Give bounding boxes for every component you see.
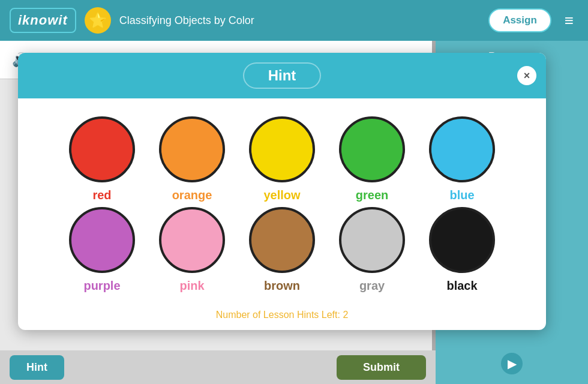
circle-gray bbox=[339, 207, 405, 273]
submit-button[interactable]: Submit bbox=[337, 355, 426, 380]
color-item-orange: orange bbox=[153, 116, 231, 202]
label-brown: brown bbox=[264, 279, 300, 293]
colors-row-1: red orange yellow green blue bbox=[63, 116, 501, 202]
label-green: green bbox=[356, 188, 388, 202]
label-purple: purple bbox=[83, 279, 120, 293]
label-blue: blue bbox=[449, 188, 474, 202]
circle-black bbox=[429, 207, 495, 273]
hint-modal-title: Hint bbox=[243, 62, 322, 89]
hint-button[interactable]: Hint bbox=[10, 355, 64, 380]
label-yellow: yellow bbox=[263, 188, 300, 202]
color-item-yellow: yellow bbox=[243, 116, 321, 202]
app-header: iknowit ⭐ Classifying Objects by Color A… bbox=[0, 0, 588, 41]
colors-grid: red orange yellow green blue bbox=[18, 98, 546, 310]
hint-modal-header: Hint × bbox=[18, 53, 546, 98]
hints-left: Number of Lesson Hints Left: 2 bbox=[18, 310, 546, 330]
color-item-blue: blue bbox=[423, 116, 501, 202]
main-area: 🔊 Which object does not belong in this g… bbox=[0, 41, 588, 384]
color-item-green: green bbox=[333, 116, 411, 202]
circle-yellow bbox=[249, 116, 315, 182]
circle-red bbox=[69, 116, 135, 182]
lesson-title: Classifying Objects by Color bbox=[119, 14, 480, 27]
circle-green bbox=[339, 116, 405, 182]
color-item-pink: pink bbox=[153, 207, 231, 293]
hint-close-button[interactable]: × bbox=[517, 66, 536, 85]
star-icon: ⭐ bbox=[85, 7, 111, 34]
color-item-black: black bbox=[423, 207, 501, 293]
label-pink: pink bbox=[179, 279, 204, 293]
next-arrow[interactable]: ▶ bbox=[501, 353, 523, 374]
menu-button[interactable]: ≡ bbox=[560, 9, 578, 32]
logo: iknowit bbox=[10, 8, 76, 33]
circle-brown bbox=[249, 207, 315, 273]
label-red: red bbox=[92, 188, 111, 202]
label-orange: orange bbox=[172, 188, 212, 202]
circle-pink bbox=[159, 207, 225, 273]
color-item-red: red bbox=[63, 116, 141, 202]
bottom-bar: Hint Submit bbox=[0, 350, 436, 384]
hint-modal: Hint × red orange yellow bbox=[18, 53, 546, 330]
color-item-purple: purple bbox=[63, 207, 141, 293]
circle-blue bbox=[429, 116, 495, 182]
color-item-gray: gray bbox=[333, 207, 411, 293]
label-black: black bbox=[446, 279, 477, 293]
circle-purple bbox=[69, 207, 135, 273]
assign-button[interactable]: Assign bbox=[488, 8, 551, 32]
label-gray: gray bbox=[359, 279, 385, 293]
color-item-brown: brown bbox=[243, 207, 321, 293]
colors-row-2: purple pink brown gray black bbox=[63, 207, 501, 293]
circle-orange bbox=[159, 116, 225, 182]
